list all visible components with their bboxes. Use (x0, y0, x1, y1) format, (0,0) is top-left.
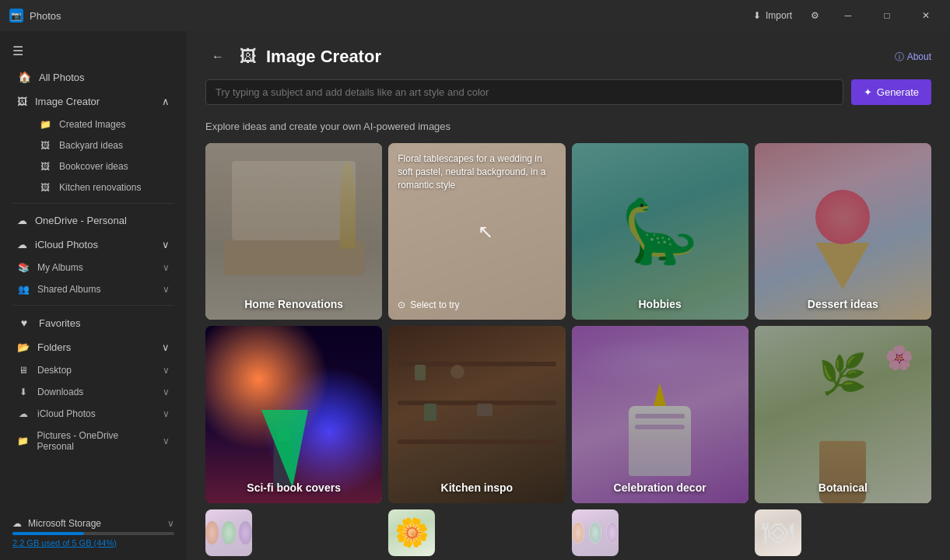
sidebar-item-shared-albums[interactable]: 👥 Shared Albums ∨ (5, 279, 182, 299)
collapse-icon: ∧ (162, 96, 170, 107)
card-overlay3 (572, 143, 748, 320)
sidebar-item-bookcover[interactable]: 🖼 Bookcover ideas (26, 156, 182, 177)
card-scifi[interactable]: Sci-fi book covers (205, 326, 382, 502)
image-creator-label: Image Creator (35, 96, 100, 107)
image-grid: Home Renovations Floral tablescapes for … (205, 143, 931, 556)
macaron1 (205, 521, 219, 544)
card-bottom3[interactable] (572, 509, 619, 556)
import-button[interactable]: ⬇ Import (745, 7, 800, 24)
expand-icon: ∨ (162, 239, 170, 250)
sidebar-item-icloud[interactable]: ☁ iCloud Photos ∨ (5, 233, 182, 256)
expand-albums-icon: ∨ (163, 262, 170, 273)
card-hobbies[interactable]: 🦕 Hobbies (572, 143, 748, 320)
card-label3: Hobbies (572, 298, 748, 310)
expand-desktop-icon: ∨ (163, 365, 170, 376)
onedrive-icon: ☁ (17, 215, 27, 226)
downloads-label: Downloads (37, 387, 83, 397)
back-button[interactable]: ← (205, 47, 230, 67)
sidebar-item-my-albums[interactable]: 📚 My Albums ∨ (5, 257, 182, 278)
app-body: ☰ 🏠 All Photos 🖼 Image Creator ∧ 📁 Creat… (0, 31, 950, 560)
macaron2 (222, 521, 235, 544)
card-label8: Botanical (755, 481, 931, 494)
hamburger-menu[interactable]: ☰ (0, 37, 187, 65)
shared-icon: 👥 (17, 284, 30, 295)
card-celebration[interactable]: Celebration decor (572, 326, 748, 502)
card-overlay (205, 143, 382, 320)
card-label7: Celebration decor (572, 481, 748, 494)
search-row: ✦ Generate (205, 79, 931, 105)
mac1 (572, 522, 584, 544)
album-icon: 📚 (17, 262, 30, 273)
settings-icon: ⚙ (811, 10, 819, 21)
search-input[interactable] (205, 79, 843, 105)
icloud-icon: ☁ (17, 239, 27, 250)
sidebar-item-pictures[interactable]: 📁 Pictures - OneDrive Personal ∨ (5, 425, 182, 457)
card-overlay4 (755, 143, 931, 320)
generate-button[interactable]: ✦ Generate (851, 79, 931, 105)
sidebar-item-downloads[interactable]: ⬇ Downloads ∨ (5, 382, 182, 402)
expand-downloads-icon: ∨ (163, 387, 170, 397)
select-icon: ⊙ (398, 299, 405, 310)
sidebar-item-backyard[interactable]: 🖼 Backyard ideas (26, 135, 182, 156)
all-photos-label: All Photos (39, 72, 85, 83)
sidebar-item-kitchen-reno[interactable]: 🖼 Kitchen renovations (26, 177, 182, 198)
desktop-label: Desktop (37, 365, 72, 376)
sidebar-item-image-creator[interactable]: 🖼 Image Creator ∧ (5, 90, 182, 113)
sidebar-item-folders[interactable]: 📂 Folders ∨ (5, 336, 182, 359)
import-label: Import (766, 10, 792, 21)
cloud-folder-icon: ☁ (17, 408, 30, 419)
folder-icon: 📁 (39, 119, 51, 130)
card-kitchen[interactable]: Kitchen inspo (388, 326, 565, 502)
page-title-icon: 🖼 (240, 47, 257, 67)
card-label6: Kitchen inspo (388, 481, 565, 494)
sidebar-item-created-images[interactable]: 📁 Created Images (26, 114, 182, 135)
card-dessert[interactable]: Dessert ideas (755, 143, 931, 320)
storage-detail[interactable]: 2.2 GB used of 5 GB (44%) (12, 538, 174, 548)
storage-bar-fill (12, 532, 84, 535)
minimize-icon: ─ (845, 10, 852, 21)
favorites-label: Favorites (39, 317, 80, 329)
sidebar-item-desktop[interactable]: 🖥 Desktop ∨ (5, 360, 182, 380)
titlebar-right: ⬇ Import ⚙ ─ □ ✕ (745, 3, 944, 28)
about-button[interactable]: ⓘ About (895, 51, 931, 64)
expand-shared-icon: ∨ (163, 284, 170, 295)
explore-title: Explore ideas and create your own AI-pow… (205, 121, 931, 132)
floral-overlay: Floral tablescapes for a wedding in soft… (388, 143, 565, 320)
created-images-section: 📁 Created Images 🖼 Backyard ideas 🖼 Book… (0, 114, 187, 198)
sidebar-item-icloud-folder[interactable]: ☁ iCloud Photos ∨ (5, 404, 182, 424)
card-bottom1[interactable] (205, 509, 252, 556)
main-content: ← 🖼 Image Creator ⓘ About ✦ Generate Exp… (187, 31, 950, 560)
sidebar-item-all-photos[interactable]: 🏠 All Photos (5, 65, 182, 89)
minimize-button[interactable]: ─ (830, 3, 866, 28)
sidebar-item-favorites[interactable]: ♥ Favorites (5, 311, 182, 334)
floral-select-row: ⊙ Select to try (398, 299, 556, 310)
bookcover-label: Bookcover ideas (59, 161, 128, 172)
image-creator-icon: 🖼 (17, 96, 27, 107)
card-bottom4[interactable]: 🍽 (755, 509, 801, 556)
macarons2-container (572, 509, 619, 556)
card-label4: Dessert ideas (755, 298, 931, 310)
card-floral[interactable]: Floral tablescapes for a wedding in soft… (388, 143, 565, 320)
downloads-icon: ⬇ (17, 387, 30, 397)
card-bottom2[interactable]: 🌼 (388, 509, 435, 556)
card-home-reno[interactable]: Home Renovations (205, 143, 382, 320)
titlebar-left: 📷 Photos (9, 9, 61, 23)
sidebar-item-onedrive[interactable]: ☁ OneDrive - Personal (5, 209, 182, 232)
settings-button[interactable]: ⚙ (803, 7, 827, 24)
card-botanical[interactable]: 🌿 🌸 Botanical (755, 326, 931, 502)
sparkle-icon: ✦ (864, 86, 872, 98)
card-overlay7 (572, 326, 748, 502)
flowers-container: 🌼 (388, 509, 435, 556)
storage-label: Microsoft Storage (28, 518, 101, 529)
macaron3 (239, 521, 252, 544)
expand-icloud-icon: ∨ (163, 408, 170, 419)
storage-cloud-icon: ☁ (12, 518, 22, 529)
page-title: Image Creator (266, 47, 381, 67)
storage-header[interactable]: ☁ Microsoft Storage ∨ (12, 518, 174, 529)
close-button[interactable]: ✕ (908, 3, 944, 28)
app-name: Photos (30, 10, 61, 22)
macaron-container (205, 509, 252, 556)
maximize-button[interactable]: □ (869, 3, 905, 28)
sidebar-divider2 (12, 305, 174, 306)
onedrive-label: OneDrive - Personal (35, 215, 127, 226)
